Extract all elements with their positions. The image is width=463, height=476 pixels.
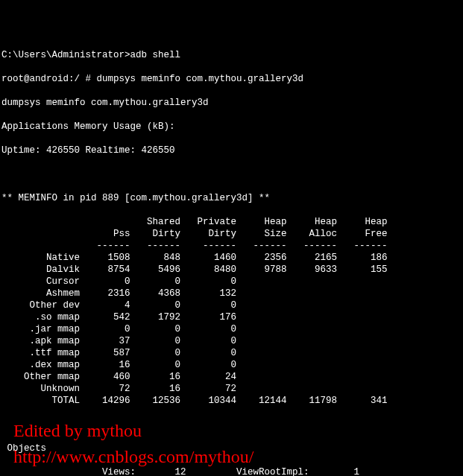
header-line-5: Uptime: 426550 Realtime: 426550 [1,145,462,156]
blank-line [1,168,462,180]
header-line-1: C:\Users\Administrator>adb shell [1,49,462,61]
header-line-3: dumpsys meminfo com.mythou.grallery3d [1,97,462,109]
memory-table: Shared Private Heap Heap Heap Pss Dirty … [1,216,462,407]
meminfo-title: ** MEMINFO in pid 889 [com.mythou.gralle… [1,192,462,204]
objects-table: Views: 12 ViewRootImpl: 1 AppContexts: 3… [1,466,462,476]
header-line-4: Applications Memory Usage (kB): [1,121,462,133]
header-line-2: root@android:/ # dumpsys meminfo com.myt… [1,73,462,85]
objects-title: Objects [1,442,462,454]
blank-line [1,419,462,431]
